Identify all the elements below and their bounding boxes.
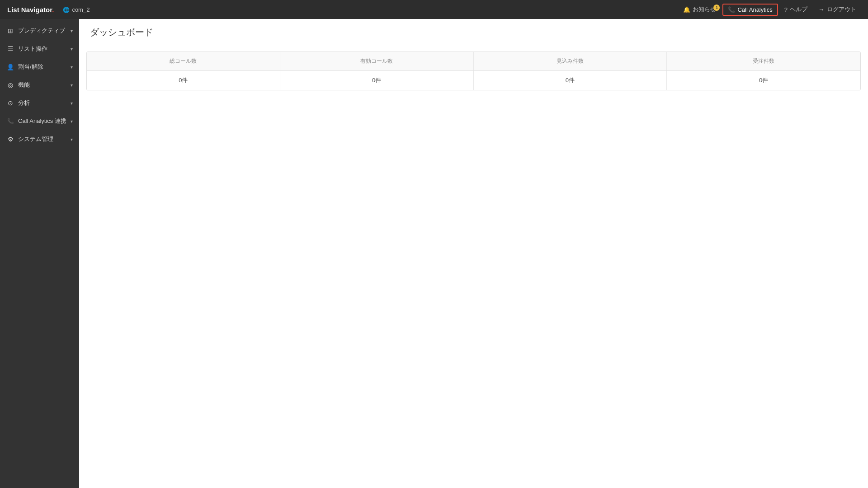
call-analytics-link-icon	[6, 117, 14, 125]
sidebar-item-analysis[interactable]: 分析 ▾	[0, 94, 79, 112]
cell-orders: 0件	[667, 71, 860, 90]
sidebar-label-predictive: プレディクティブ	[18, 27, 67, 35]
table-header-row: 総コール数 有効コール数 見込み件数 受注件数	[87, 52, 860, 71]
header: List Navigator. com_2 お知らせ 1 Call Analyt…	[0, 0, 868, 19]
page-header: ダッシュボード	[79, 19, 868, 44]
help-icon	[784, 6, 788, 13]
phone-icon	[728, 6, 735, 13]
logout-button[interactable]: ログアウト	[814, 4, 861, 15]
list-icon	[6, 45, 14, 53]
notification-button[interactable]: お知らせ 1	[679, 4, 721, 15]
analysis-icon	[6, 99, 14, 107]
sidebar-label-list-ops: リスト操作	[18, 45, 67, 53]
predictive-icon	[6, 27, 14, 35]
sidebar-item-system[interactable]: システム管理 ▾	[0, 130, 79, 148]
chevron-down-icon: ▾	[71, 119, 73, 124]
sidebar-item-feature[interactable]: 機能 ▾	[0, 76, 79, 94]
sidebar-label-analysis: 分析	[18, 99, 67, 107]
system-icon	[6, 135, 14, 143]
cell-total-calls: 0件	[87, 71, 280, 90]
chevron-down-icon: ▾	[71, 137, 73, 142]
header-right: お知らせ 1 Call Analytics ヘルプ ログアウト	[679, 4, 861, 16]
call-analytics-button[interactable]: Call Analytics	[722, 4, 778, 16]
chevron-down-icon: ▾	[71, 83, 73, 88]
sidebar-item-assignment[interactable]: 割当/解除 ▾	[0, 58, 79, 76]
globe-icon	[63, 6, 70, 13]
logo-dot: .	[52, 6, 54, 14]
chevron-down-icon: ▾	[71, 47, 73, 52]
col-header-total-calls: 総コール数	[87, 52, 280, 70]
sidebar-label-assignment: 割当/解除	[18, 63, 67, 71]
cell-valid-calls: 0件	[280, 71, 474, 90]
help-button[interactable]: ヘルプ	[780, 4, 812, 15]
chevron-down-icon: ▾	[71, 101, 73, 106]
assignment-icon	[6, 63, 14, 71]
sidebar-label-system: システム管理	[18, 135, 67, 143]
col-header-prospects: 見込み件数	[474, 52, 667, 70]
chevron-down-icon: ▾	[71, 65, 73, 70]
notification-label: お知らせ	[693, 5, 716, 14]
dashboard-table: 総コール数 有効コール数 見込み件数 受注件数 0件 0件 0件 0件	[86, 52, 861, 90]
page-title: ダッシュボード	[90, 26, 857, 38]
cell-prospects: 0件	[474, 71, 667, 90]
main-content: ダッシュボード 総コール数 有効コール数 見込み件数 受注件数 0件 0件 0件…	[79, 19, 868, 488]
sidebar-item-list-ops[interactable]: リスト操作 ▾	[0, 40, 79, 58]
sidebar-label-call-analytics: Call Analytics 連携	[18, 117, 67, 125]
col-header-valid-calls: 有効コール数	[280, 52, 474, 70]
site-selector[interactable]: com_2	[63, 6, 90, 13]
logout-icon	[818, 6, 825, 13]
sidebar-item-predictive[interactable]: プレディクティブ ▾	[0, 22, 79, 40]
sidebar: プレディクティブ ▾ リスト操作 ▾ 割当/解除 ▾ 機能 ▾ 分析 ▾ Cal…	[0, 19, 79, 488]
notification-badge: 1	[713, 5, 720, 11]
logout-label: ログアウト	[827, 5, 856, 14]
bell-icon	[683, 6, 690, 13]
help-label: ヘルプ	[790, 5, 807, 14]
call-analytics-label: Call Analytics	[737, 6, 772, 13]
body: プレディクティブ ▾ リスト操作 ▾ 割当/解除 ▾ 機能 ▾ 分析 ▾ Cal…	[0, 19, 868, 488]
feature-icon	[6, 81, 14, 89]
sidebar-label-feature: 機能	[18, 81, 67, 89]
col-header-orders: 受注件数	[667, 52, 860, 70]
logo: List Navigator.	[7, 6, 54, 14]
table-row: 0件 0件 0件 0件	[87, 71, 860, 90]
sidebar-item-call-analytics[interactable]: Call Analytics 連携 ▾	[0, 112, 79, 130]
chevron-down-icon: ▾	[71, 28, 73, 33]
site-label: com_2	[72, 6, 90, 13]
